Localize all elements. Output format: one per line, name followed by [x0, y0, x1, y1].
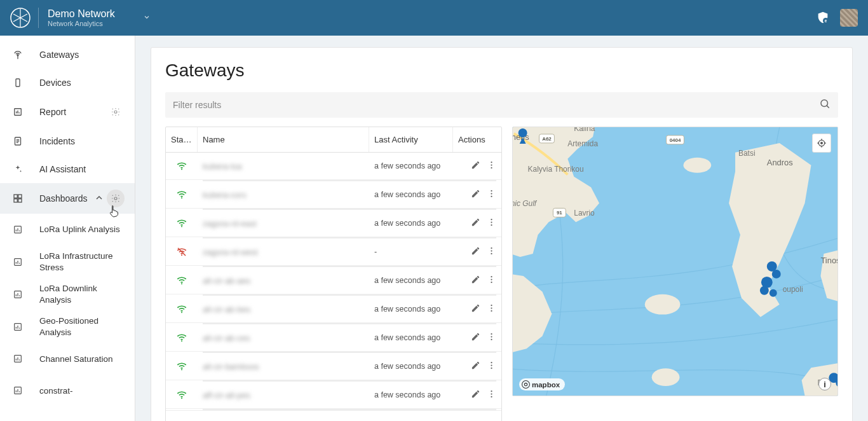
table-row[interactable]: kubera-corsa few seconds ago [166, 181, 501, 209]
sidebar-item-label: Incidents [39, 136, 125, 146]
shield-icon[interactable]: e [816, 11, 830, 25]
edit-icon[interactable] [471, 332, 480, 343]
chevron-up-icon[interactable] [94, 193, 104, 205]
table-row[interactable]: all-cir-ab-cesa few seconds ago [166, 324, 501, 352]
filter-input[interactable] [165, 92, 838, 118]
more-icon[interactable] [487, 389, 496, 401]
svg-text:Kalyvia Thorikou: Kalyvia Thorikou [528, 165, 584, 174]
svg-point-118 [524, 383, 527, 385]
more-icon[interactable] [487, 332, 496, 343]
svg-text:Lavrio: Lavrio [574, 209, 595, 217]
svg-point-55 [491, 219, 492, 220]
wifi-up-icon [166, 296, 198, 322]
svg-point-80 [491, 390, 492, 392]
sidebar-item-incidents[interactable]: Incidents [0, 127, 135, 155]
col-header-name[interactable]: Name [198, 127, 369, 152]
table-row[interactable]: kubera-tsaa few seconds ago [166, 153, 501, 180]
svg-point-75 [181, 369, 182, 370]
gear-icon[interactable] [107, 190, 125, 207]
table-row[interactable]: all-cir-ab-aesa few seconds ago [166, 267, 501, 294]
table-header: Stat… Name Last Activity Actions [166, 127, 501, 153]
sidebar-subitem-geo[interactable]: Geo-Positioned Analysis [0, 310, 135, 343]
more-icon[interactable] [487, 361, 496, 372]
wifi-up-icon [166, 153, 198, 179]
svg-point-53 [491, 196, 492, 197]
svg-point-65 [491, 279, 492, 280]
svg-point-108 [770, 289, 777, 297]
sidebar-item-devices[interactable]: Devices [0, 69, 135, 97]
svg-point-62 [491, 253, 492, 254]
edit-icon[interactable] [471, 189, 480, 200]
svg-text:e: e [825, 18, 827, 23]
sidebar-subitem-constrat[interactable]: constrat- [0, 375, 135, 406]
last-activity: a few seconds ago [369, 186, 453, 203]
edit-icon[interactable] [471, 160, 480, 172]
table-row[interactable]: zagora-rd-west- [166, 238, 501, 266]
table-row[interactable]: all-cir-bamboosa few seconds ago [166, 353, 501, 380]
search-icon[interactable] [819, 98, 831, 112]
table-row[interactable]: all-cir-ab-besa few seconds ago [166, 296, 501, 323]
row-actions [453, 357, 501, 376]
svg-text:Batsi: Batsi [738, 149, 756, 158]
svg-point-79 [181, 397, 182, 399]
edit-icon[interactable] [471, 275, 480, 286]
edit-icon[interactable] [471, 246, 480, 258]
user-avatar[interactable] [840, 9, 858, 27]
sidebar-item-ai-assistant[interactable]: AI Assistant [0, 155, 135, 183]
svg-point-68 [491, 305, 492, 306]
svg-text:A62: A62 [542, 136, 552, 142]
svg-point-63 [181, 283, 182, 284]
svg-text:Tinos: Tinos [820, 256, 837, 265]
svg-point-60 [491, 247, 492, 249]
sidebar-subitem-lora-uplink[interactable]: LoRa Uplink Analysis [0, 214, 135, 245]
more-icon[interactable] [487, 303, 496, 315]
edit-icon[interactable] [471, 361, 480, 372]
table-row[interactable]: zagora-rd-easta few seconds ago [166, 210, 501, 237]
chevron-down-icon[interactable] [143, 12, 151, 24]
info-icon[interactable]: i [818, 378, 831, 390]
main-content: Gateways Stat… Name Last Activity Action… [135, 36, 868, 421]
svg-point-49 [491, 167, 492, 169]
map-attribution[interactable]: mapbox [519, 378, 565, 390]
gear-icon[interactable] [107, 103, 125, 121]
svg-point-112 [821, 142, 823, 144]
svg-point-107 [760, 286, 769, 295]
svg-point-52 [491, 193, 492, 194]
last-activity: a few seconds ago [369, 301, 453, 317]
sidebar-subitem-lora-downlink[interactable]: LoRa Downlink Analysis [0, 278, 135, 310]
sidebar-item-dashboards[interactable]: Dashboards [0, 183, 135, 214]
sidebar-subitem-label: Geo-Positioned Analysis [39, 315, 125, 338]
gateway-name: kubera-cors [198, 186, 369, 204]
edit-icon[interactable] [471, 217, 480, 229]
network-switcher[interactable]: Demo Network Network Analytics [38, 8, 115, 28]
edit-icon[interactable] [471, 303, 480, 315]
svg-point-76 [491, 362, 492, 363]
more-icon[interactable] [487, 275, 496, 286]
svg-point-51 [491, 190, 492, 191]
map-panel[interactable]: A62 0404 91 hens Artemida Ka [512, 127, 838, 396]
more-icon[interactable] [487, 246, 496, 258]
svg-rect-17 [14, 199, 17, 202]
more-icon[interactable] [487, 160, 496, 172]
col-header-status[interactable]: Stat… [166, 127, 198, 152]
svg-point-47 [491, 162, 492, 163]
sidebar-subitem-channel[interactable]: Channel Saturation [0, 343, 135, 375]
more-icon[interactable] [487, 217, 496, 229]
col-header-activity[interactable]: Last Activity [369, 127, 453, 152]
svg-point-105 [772, 270, 781, 279]
gateway-name: kubera-tsa [198, 158, 369, 175]
svg-text:oupoli: oupoli [783, 285, 803, 294]
edit-icon[interactable] [471, 389, 480, 401]
locate-button[interactable] [812, 134, 831, 153]
wifi-up-icon [166, 382, 198, 408]
table-row[interactable]: aff-cir-all-pesa few seconds ago [166, 382, 501, 409]
row-actions [453, 300, 501, 319]
table-footer: 1–17 of 17 [166, 410, 501, 421]
sidebar-subitem-label: Channel Saturation [39, 354, 125, 365]
sidebar-item-report[interactable]: Report [0, 97, 135, 127]
sidebar-subitem-lora-infra[interactable]: LoRa Infrastructure Stress [0, 245, 135, 278]
svg-point-70 [491, 310, 492, 312]
more-icon[interactable] [487, 189, 496, 200]
sidebar-item-gateways[interactable]: Gateways [0, 41, 135, 69]
svg-point-50 [181, 197, 182, 198]
